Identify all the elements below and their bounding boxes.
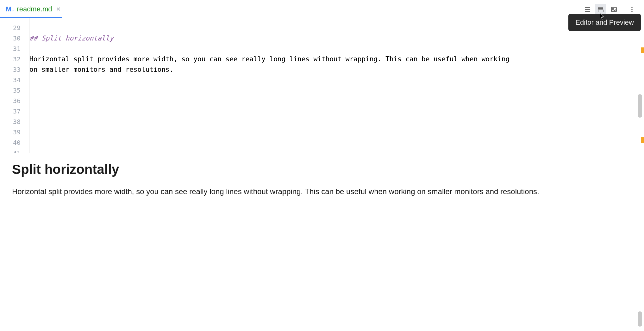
editor-line: Horizontal split provides more width, so… [29, 54, 644, 64]
line-number: 32 [0, 54, 21, 64]
editor-line: on smaller monitors and resolutions. [29, 64, 644, 75]
close-icon[interactable]: ✕ [55, 4, 62, 14]
line-number: 36 [0, 96, 21, 106]
scrollbar-thumb[interactable] [638, 311, 642, 327]
editor-line [29, 96, 644, 106]
markdown-file-icon: M↓ [6, 5, 14, 13]
line-number-gutter: 29 30 31 32 33 34 35 36 37 38 39 40 41 [0, 18, 29, 153]
line-number: 37 [0, 106, 21, 117]
tab-bar: M↓ readme.md ✕ [0, 0, 644, 18]
preview-heading: Split horizontally [12, 162, 632, 177]
preview-pane: Split horizontally Horizontal split prov… [0, 153, 644, 331]
editor-line [29, 75, 644, 85]
line-number: 31 [0, 44, 21, 54]
editor-line [29, 85, 644, 96]
editor-line [29, 138, 644, 148]
line-number: 39 [0, 127, 21, 138]
editor-line [29, 106, 644, 117]
editor-scrollbar[interactable] [638, 94, 643, 138]
line-number: 33 [0, 64, 21, 75]
svg-point-10 [631, 11, 633, 12]
toolbar-divider [623, 5, 623, 14]
editor-line: ## Split horizontally [29, 33, 644, 44]
svg-point-9 [631, 9, 633, 10]
preview-scrollbar[interactable] [638, 311, 643, 327]
editor-pane[interactable]: 29 30 31 32 33 34 35 36 37 38 39 40 41 #… [0, 18, 644, 153]
change-marker-icon [641, 47, 644, 53]
toolbar-right [582, 4, 638, 15]
line-number: 30 [0, 33, 21, 44]
line-number: 34 [0, 75, 21, 85]
svg-rect-5 [598, 10, 603, 12]
line-number: 29 [0, 23, 21, 33]
svg-point-8 [631, 7, 633, 8]
editor-line [29, 44, 644, 54]
tooltip-editor-and-preview: Editor and Preview [568, 14, 641, 31]
editor-content[interactable]: ## Split horizontally Horizontal split p… [29, 18, 644, 153]
tab-filename: readme.md [17, 5, 52, 13]
preview-only-icon[interactable] [608, 4, 620, 15]
more-options-icon[interactable] [626, 4, 638, 15]
line-number: 40 [0, 138, 21, 148]
tab-readme[interactable]: M↓ readme.md ✕ [0, 0, 68, 18]
editor-line [29, 23, 644, 33]
preview-paragraph: Horizontal split provides more width, so… [12, 186, 588, 197]
line-number: 38 [0, 117, 21, 127]
editor-and-preview-icon[interactable] [595, 4, 606, 15]
editor-only-icon[interactable] [582, 4, 593, 15]
line-number: 35 [0, 85, 21, 96]
scrollbar-thumb[interactable] [638, 94, 642, 118]
editor-line [29, 117, 644, 127]
svg-rect-6 [611, 7, 616, 12]
editor-line [29, 127, 644, 138]
